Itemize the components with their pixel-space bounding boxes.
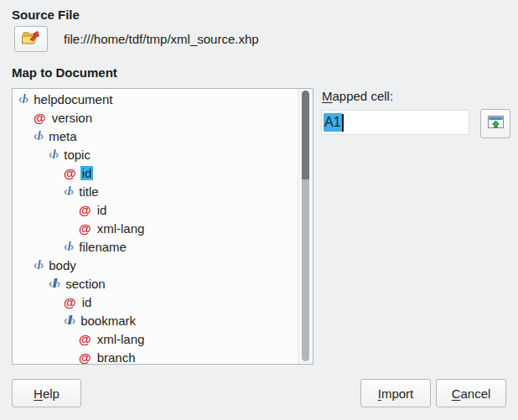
attribute-icon: @ [79, 203, 91, 217]
text-caret [342, 114, 344, 132]
tree-row[interactable]: ‹/›title [13, 182, 298, 200]
tree-row[interactable]: ‹/›body [13, 256, 298, 274]
tree-node-label: title [77, 184, 100, 199]
map-to-document-heading: Map to Document [12, 65, 117, 80]
tree-node-label: id [96, 203, 109, 217]
tree-node-label: section [64, 277, 107, 291]
mapped-cell-label-rest: apped cell: [333, 89, 394, 103]
tree-node-label: topic [62, 148, 92, 162]
cancel-label-rest: ancel [460, 386, 490, 401]
tree-row[interactable]: ‹/›topic [13, 145, 298, 163]
scrollbar-groove [302, 91, 309, 361]
tree-node-label: body [47, 258, 78, 272]
tree-node-label: id [80, 295, 94, 309]
element-icon: ‹/› [18, 92, 28, 106]
tree-node-label: xml-lang [96, 221, 147, 236]
tree-row[interactable]: ‹//›section [13, 274, 298, 293]
repeating-element-icon: ‹//› [49, 277, 60, 290]
tree-row[interactable]: @id [13, 200, 298, 219]
attribute-icon: @ [64, 166, 76, 180]
tree-row[interactable]: @version [13, 108, 298, 127]
attribute-icon: @ [79, 221, 91, 236]
element-icon: ‹/› [64, 240, 73, 253]
tree-row[interactable]: @xml-lang [13, 219, 298, 237]
import-label-rest: mport [381, 386, 413, 401]
tree-node-label: meta [47, 129, 78, 143]
scrollbar-thumb[interactable] [302, 91, 309, 179]
tree-row[interactable]: ‹/›filename [13, 237, 298, 256]
tree-row[interactable]: ‹/›meta [13, 127, 298, 145]
help-button[interactable]: Help [12, 379, 81, 407]
tree-row[interactable]: @id [13, 163, 298, 182]
cancel-button[interactable]: Cancel [436, 379, 506, 407]
tree-vertical-scrollbar[interactable] [298, 89, 313, 364]
shrink-reference-icon [487, 115, 505, 132]
tree-node-label: branch [96, 350, 137, 365]
xml-structure-tree[interactable]: ‹/›helpdocument@version‹/›meta‹/›topic@i… [12, 88, 313, 365]
element-icon: ‹/› [49, 148, 58, 161]
tree-row[interactable]: @xml-lang [13, 329, 298, 348]
mapped-cell-selected-value: A1 [324, 113, 342, 132]
tree-row[interactable]: ‹/›helpdocument [13, 90, 298, 108]
element-icon: ‹/› [34, 258, 43, 272]
tree-node-label: version [50, 111, 94, 125]
import-button[interactable]: Import [360, 379, 431, 407]
browse-source-file-button[interactable] [14, 26, 48, 52]
attribute-icon: @ [79, 350, 91, 365]
source-file-heading: Source File [12, 8, 80, 22]
cancel-label-mnemonic: C [452, 386, 461, 401]
shrink-button[interactable] [480, 109, 510, 138]
attribute-icon: @ [34, 111, 46, 125]
tree-node-label: helpdocument [32, 92, 114, 106]
tree-row[interactable]: @branch [13, 348, 298, 365]
tree-row[interactable]: ‹//›bookmark [13, 311, 298, 329]
mapped-cell-label-mnemonic: M [322, 89, 333, 103]
mapped-cell-input[interactable]: A1 [321, 110, 469, 135]
attribute-icon: @ [64, 295, 76, 309]
help-label-mnemonic: H [34, 386, 43, 401]
help-label-rest: elp [43, 386, 60, 401]
open-folder-icon [21, 29, 41, 49]
tree-node-label: xml-lang [96, 332, 147, 346]
mapped-cell-label: Mapped cell: [322, 89, 393, 103]
element-icon: ‹/› [64, 184, 73, 198]
tree-node-label: id [80, 166, 94, 180]
tree-node-label: filename [77, 240, 128, 254]
tree-node-label: bookmark [79, 314, 137, 328]
tree-row[interactable]: @id [13, 293, 298, 311]
source-file-path: file:///home/tdf/tmp/xml_source.xhp [64, 32, 259, 46]
xml-source-dialog: Source File file:///home/tdf/tmp/xml_sou… [0, 0, 518, 420]
repeating-element-icon: ‹//› [64, 314, 75, 327]
attribute-icon: @ [79, 332, 91, 346]
element-icon: ‹/› [34, 129, 43, 143]
tree-rows: ‹/›helpdocument@version‹/›meta‹/›topic@i… [13, 90, 298, 365]
